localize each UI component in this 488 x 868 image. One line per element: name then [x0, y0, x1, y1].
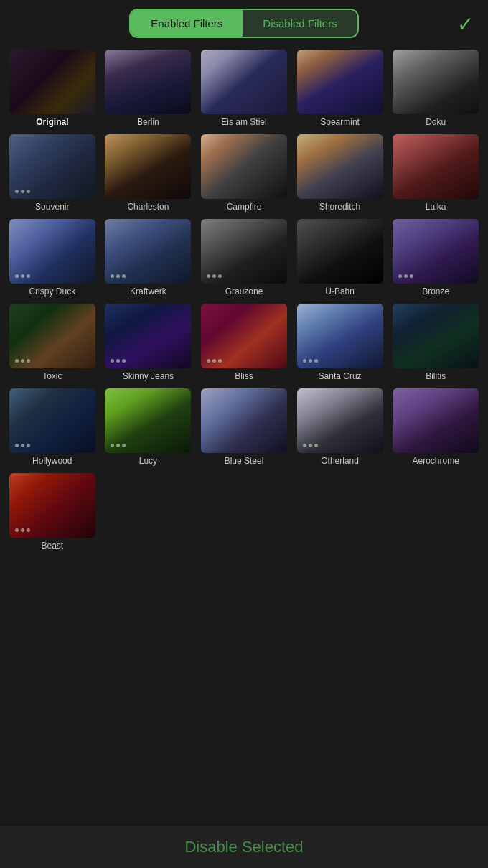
filter-label-doku: Doku [426, 117, 446, 127]
filter-item-skinnyjeans[interactable]: Skinny Jeans [102, 304, 195, 386]
thumb-dot [27, 190, 30, 193]
thumb-dot [15, 359, 19, 363]
filter-item-souvenir[interactable]: Souvenir [6, 134, 99, 216]
thumb-dot [303, 359, 306, 363]
filter-item-eisamstiel[interactable]: Eis am Stiel [197, 50, 291, 131]
thumb-dot [27, 444, 30, 447]
thumb-dot [314, 444, 318, 447]
filter-thumb-crispyduck [9, 219, 95, 284]
filter-label-ubahn: U-Bahn [325, 286, 355, 297]
filter-item-grauzone[interactable]: Grauzone [197, 219, 291, 301]
filter-thumb-toxic [9, 304, 95, 368]
thumb-dot [15, 274, 19, 278]
filter-item-bronze[interactable]: Bronze [389, 219, 482, 301]
filter-item-beast[interactable]: Beast [6, 473, 99, 555]
filter-label-campfire: Campfire [227, 202, 262, 212]
filter-label-otherland: Otherland [321, 456, 359, 466]
filter-thumb-shoreditch [297, 134, 383, 199]
filter-thumb-original [9, 50, 95, 114]
filter-label-souvenir: Souvenir [35, 202, 69, 212]
filter-thumb-laika [393, 134, 479, 199]
thumb-dot [111, 274, 114, 278]
thumb-dots [15, 190, 30, 193]
thumb-dot [111, 359, 114, 363]
filter-grid: OriginalBerlinEis am StielSpearmintDokuS… [0, 47, 488, 558]
filter-item-doku[interactable]: Doku [389, 50, 482, 131]
filter-item-spearmint[interactable]: Spearmint [294, 50, 387, 131]
filter-thumb-aerochrome [393, 388, 479, 453]
filter-label-skinnyjeans: Skinny Jeans [123, 371, 174, 381]
filter-item-bliss[interactable]: Bliss [197, 304, 291, 386]
thumb-dot [314, 359, 318, 363]
thumb-dots [15, 444, 30, 447]
thumb-dot [309, 444, 312, 447]
thumb-dot [116, 444, 120, 447]
filter-item-kraftwerk[interactable]: Kraftwerk [102, 219, 195, 301]
filter-thumb-souvenir [9, 134, 95, 199]
filter-thumb-grauzone [201, 219, 287, 284]
filter-item-lucy[interactable]: Lucy [102, 388, 195, 470]
bottom-bar: Disable Selected [0, 826, 488, 868]
filter-item-original[interactable]: Original [6, 50, 99, 131]
thumb-dot [207, 359, 210, 363]
filter-label-lucy: Lucy [139, 456, 157, 466]
filter-item-shoreditch[interactable]: Shoreditch [294, 134, 387, 216]
filter-label-bliss: Bliss [235, 371, 253, 381]
thumb-dots [303, 444, 318, 447]
thumb-dot [122, 274, 126, 278]
thumb-dot [21, 359, 24, 363]
filter-item-laika[interactable]: Laika [389, 134, 482, 216]
thumb-dots [207, 274, 222, 278]
filter-item-charleston[interactable]: Charleston [102, 134, 195, 216]
filter-item-bilitis[interactable]: Bilitis [389, 304, 482, 386]
thumb-dots [111, 359, 126, 363]
confirm-button[interactable]: ✓ [457, 11, 474, 35]
filter-item-bluesteel[interactable]: Blue Steel [197, 388, 291, 470]
filter-thumb-eisamstiel [201, 50, 287, 114]
filter-label-bluesteel: Blue Steel [225, 456, 264, 466]
filter-thumb-otherland [297, 388, 383, 453]
disable-selected-button[interactable]: Disable Selected [184, 838, 303, 856]
filter-item-crispyduck[interactable]: Crispy Duck [6, 219, 99, 301]
thumb-dot [410, 274, 413, 278]
filter-thumb-spearmint [297, 50, 383, 114]
filter-item-berlin[interactable]: Berlin [102, 50, 195, 131]
filter-thumb-doku [393, 50, 479, 114]
filter-item-toxic[interactable]: Toxic [6, 304, 99, 386]
filter-thumb-ubahn [297, 219, 383, 284]
filter-thumb-bliss [201, 304, 287, 368]
thumb-dot [218, 359, 222, 363]
filter-label-toxic: Toxic [42, 371, 62, 381]
header: Enabled Filters Disabled Filters ✓ [0, 0, 488, 47]
filter-item-hollywood[interactable]: Hollywood [6, 388, 99, 470]
thumb-dots [15, 528, 30, 532]
thumb-dot [303, 444, 306, 447]
thumb-dot [27, 359, 30, 363]
filter-thumb-lucy [105, 388, 191, 453]
tab-container: Enabled Filters Disabled Filters [129, 9, 358, 38]
filter-label-laika: Laika [426, 202, 446, 212]
filter-item-ubahn[interactable]: U-Bahn [294, 219, 387, 301]
filter-thumb-beast [9, 473, 95, 538]
filter-item-campfire[interactable]: Campfire [197, 134, 291, 216]
thumb-dot [15, 528, 19, 532]
filter-label-bronze: Bronze [422, 286, 449, 297]
filter-thumb-bilitis [393, 304, 479, 368]
thumb-dot [212, 359, 216, 363]
tab-enabled-filters[interactable]: Enabled Filters [131, 10, 243, 37]
tab-disabled-filters[interactable]: Disabled Filters [243, 10, 357, 37]
filter-item-aerochrome[interactable]: Aerochrome [389, 388, 482, 470]
filter-thumb-kraftwerk [105, 219, 191, 284]
filter-label-grauzone: Grauzone [225, 286, 263, 297]
thumb-dot [398, 274, 402, 278]
filter-label-santacruz: Santa Cruz [319, 371, 362, 381]
filter-label-berlin: Berlin [137, 117, 159, 127]
filter-item-santacruz[interactable]: Santa Cruz [294, 304, 387, 386]
filter-thumb-hollywood [9, 388, 95, 453]
thumb-dot [15, 444, 19, 447]
filter-thumb-berlin [105, 50, 191, 114]
filter-label-charleston: Charleston [127, 202, 169, 212]
thumb-dots [15, 274, 30, 278]
filter-item-otherland[interactable]: Otherland [294, 388, 387, 470]
thumb-dot [21, 190, 24, 193]
